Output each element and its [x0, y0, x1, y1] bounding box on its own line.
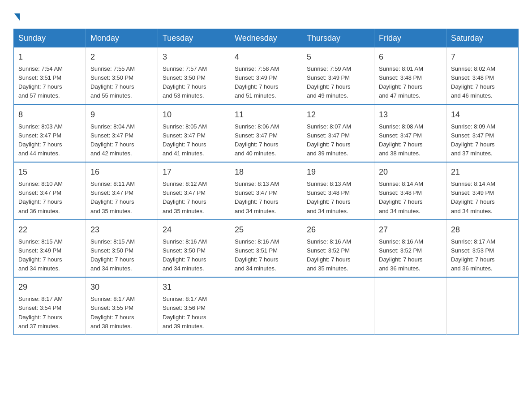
- day-number: 3: [163, 51, 225, 63]
- day-info: Sunrise: 7:57 AMSunset: 3:50 PMDaylight:…: [163, 65, 207, 99]
- day-info: Sunrise: 8:17 AMSunset: 3:54 PMDaylight:…: [18, 295, 63, 329]
- day-info: Sunrise: 7:54 AMSunset: 3:51 PMDaylight:…: [18, 65, 63, 99]
- day-info: Sunrise: 7:59 AMSunset: 3:49 PMDaylight:…: [307, 65, 351, 99]
- calendar-day-cell: 2 Sunrise: 7:55 AMSunset: 3:50 PMDayligh…: [86, 47, 158, 105]
- calendar-day-cell: 24 Sunrise: 8:16 AMSunset: 3:50 PMDaylig…: [158, 220, 230, 278]
- day-info: Sunrise: 8:06 AMSunset: 3:47 PMDaylight:…: [235, 123, 279, 157]
- calendar-day-cell: 21 Sunrise: 8:14 AMSunset: 3:49 PMDaylig…: [446, 162, 519, 220]
- logo-triangle-icon: [14, 13, 20, 21]
- logo-general-line: [13, 9, 20, 21]
- calendar-day-cell: 10 Sunrise: 8:05 AMSunset: 3:47 PMDaylig…: [158, 105, 230, 163]
- day-of-week-header: Tuesday: [158, 29, 230, 48]
- day-number: 11: [235, 109, 297, 121]
- calendar-day-cell: 18 Sunrise: 8:13 AMSunset: 3:47 PMDaylig…: [230, 162, 302, 220]
- day-number: 12: [307, 109, 369, 121]
- calendar-day-cell: 16 Sunrise: 8:11 AMSunset: 3:47 PMDaylig…: [86, 162, 158, 220]
- calendar-day-cell: [446, 277, 519, 334]
- day-info: Sunrise: 8:07 AMSunset: 3:47 PMDaylight:…: [307, 123, 351, 157]
- day-number: 28: [451, 224, 514, 236]
- day-info: Sunrise: 8:02 AMSunset: 3:48 PMDaylight:…: [451, 65, 495, 99]
- day-info: Sunrise: 7:55 AMSunset: 3:50 PMDaylight:…: [90, 65, 135, 99]
- day-info: Sunrise: 8:13 AMSunset: 3:47 PMDaylight:…: [235, 180, 279, 214]
- day-number: 7: [451, 51, 514, 63]
- day-info: Sunrise: 8:17 AMSunset: 3:56 PMDaylight:…: [163, 295, 207, 329]
- calendar-week-row: 8 Sunrise: 8:03 AMSunset: 3:47 PMDayligh…: [14, 105, 519, 163]
- day-of-week-header: Saturday: [446, 29, 519, 48]
- day-number: 25: [235, 224, 297, 236]
- day-number: 1: [18, 51, 81, 63]
- day-number: 4: [235, 51, 297, 63]
- day-info: Sunrise: 8:04 AMSunset: 3:47 PMDaylight:…: [90, 123, 135, 157]
- day-info: Sunrise: 8:13 AMSunset: 3:48 PMDaylight:…: [307, 180, 351, 214]
- day-of-week-header: Wednesday: [230, 29, 302, 48]
- day-number: 26: [307, 224, 369, 236]
- day-info: Sunrise: 7:58 AMSunset: 3:49 PMDaylight:…: [235, 65, 279, 99]
- calendar-day-cell: 20 Sunrise: 8:14 AMSunset: 3:48 PMDaylig…: [374, 162, 446, 220]
- calendar-day-cell: 25 Sunrise: 8:16 AMSunset: 3:51 PMDaylig…: [230, 220, 302, 278]
- day-info: Sunrise: 8:01 AMSunset: 3:48 PMDaylight:…: [379, 65, 423, 99]
- calendar-day-cell: 27 Sunrise: 8:16 AMSunset: 3:52 PMDaylig…: [374, 220, 446, 278]
- day-number: 22: [18, 224, 81, 236]
- day-info: Sunrise: 8:10 AMSunset: 3:47 PMDaylight:…: [18, 180, 63, 214]
- day-number: 23: [90, 224, 153, 236]
- calendar-day-cell: 7 Sunrise: 8:02 AMSunset: 3:48 PMDayligh…: [446, 47, 519, 105]
- day-number: 29: [18, 281, 81, 293]
- calendar-day-cell: [302, 277, 374, 334]
- day-info: Sunrise: 8:17 AMSunset: 3:53 PMDaylight:…: [451, 238, 495, 272]
- day-number: 16: [90, 166, 153, 178]
- logo: [13, 9, 20, 21]
- day-of-week-header: Thursday: [302, 29, 374, 48]
- calendar-day-cell: 3 Sunrise: 7:57 AMSunset: 3:50 PMDayligh…: [158, 47, 230, 105]
- calendar-week-row: 22 Sunrise: 8:15 AMSunset: 3:49 PMDaylig…: [14, 220, 519, 278]
- day-info: Sunrise: 8:16 AMSunset: 3:51 PMDaylight:…: [235, 238, 279, 272]
- day-info: Sunrise: 8:14 AMSunset: 3:48 PMDaylight:…: [379, 180, 423, 214]
- day-number: 10: [163, 109, 225, 121]
- calendar-day-cell: 30 Sunrise: 8:17 AMSunset: 3:55 PMDaylig…: [86, 277, 158, 334]
- day-info: Sunrise: 8:16 AMSunset: 3:52 PMDaylight:…: [307, 238, 351, 272]
- day-info: Sunrise: 8:11 AMSunset: 3:47 PMDaylight:…: [90, 180, 135, 214]
- calendar-day-cell: 8 Sunrise: 8:03 AMSunset: 3:47 PMDayligh…: [14, 105, 86, 163]
- day-info: Sunrise: 8:09 AMSunset: 3:47 PMDaylight:…: [451, 123, 495, 157]
- calendar-day-cell: 9 Sunrise: 8:04 AMSunset: 3:47 PMDayligh…: [86, 105, 158, 163]
- calendar-day-cell: 22 Sunrise: 8:15 AMSunset: 3:49 PMDaylig…: [14, 220, 86, 278]
- day-number: 17: [163, 166, 225, 178]
- day-number: 2: [90, 51, 153, 63]
- calendar-day-cell: 17 Sunrise: 8:12 AMSunset: 3:47 PMDaylig…: [158, 162, 230, 220]
- calendar-week-row: 29 Sunrise: 8:17 AMSunset: 3:54 PMDaylig…: [14, 277, 519, 334]
- day-info: Sunrise: 8:12 AMSunset: 3:47 PMDaylight:…: [163, 180, 207, 214]
- day-of-week-header: Sunday: [14, 29, 86, 48]
- day-number: 30: [90, 281, 153, 293]
- calendar-day-cell: 4 Sunrise: 7:58 AMSunset: 3:49 PMDayligh…: [230, 47, 302, 105]
- calendar-day-cell: 11 Sunrise: 8:06 AMSunset: 3:47 PMDaylig…: [230, 105, 302, 163]
- day-info: Sunrise: 8:17 AMSunset: 3:55 PMDaylight:…: [90, 295, 135, 329]
- calendar-day-cell: 12 Sunrise: 8:07 AMSunset: 3:47 PMDaylig…: [302, 105, 374, 163]
- day-info: Sunrise: 8:16 AMSunset: 3:52 PMDaylight:…: [379, 238, 423, 272]
- calendar-day-cell: 13 Sunrise: 8:08 AMSunset: 3:47 PMDaylig…: [374, 105, 446, 163]
- calendar-day-cell: 5 Sunrise: 7:59 AMSunset: 3:49 PMDayligh…: [302, 47, 374, 105]
- day-of-week-header: Friday: [374, 29, 446, 48]
- calendar-day-cell: 23 Sunrise: 8:15 AMSunset: 3:50 PMDaylig…: [86, 220, 158, 278]
- day-number: 19: [307, 166, 369, 178]
- day-number: 14: [451, 109, 514, 121]
- calendar-week-row: 15 Sunrise: 8:10 AMSunset: 3:47 PMDaylig…: [14, 162, 519, 220]
- day-info: Sunrise: 8:05 AMSunset: 3:47 PMDaylight:…: [163, 123, 207, 157]
- page-header: [13, 9, 519, 21]
- calendar-day-cell: 19 Sunrise: 8:13 AMSunset: 3:48 PMDaylig…: [302, 162, 374, 220]
- day-number: 31: [163, 281, 225, 293]
- day-number: 5: [307, 51, 369, 63]
- day-number: 9: [90, 109, 153, 121]
- day-number: 15: [18, 166, 81, 178]
- calendar-day-cell: [374, 277, 446, 334]
- calendar-day-cell: 14 Sunrise: 8:09 AMSunset: 3:47 PMDaylig…: [446, 105, 519, 163]
- day-number: 8: [18, 109, 81, 121]
- day-number: 13: [379, 109, 442, 121]
- calendar-day-cell: 26 Sunrise: 8:16 AMSunset: 3:52 PMDaylig…: [302, 220, 374, 278]
- day-number: 27: [379, 224, 442, 236]
- day-of-week-header: Monday: [86, 29, 158, 48]
- calendar-week-row: 1 Sunrise: 7:54 AMSunset: 3:51 PMDayligh…: [14, 47, 519, 105]
- calendar-day-cell: 28 Sunrise: 8:17 AMSunset: 3:53 PMDaylig…: [446, 220, 519, 278]
- calendar-day-cell: 29 Sunrise: 8:17 AMSunset: 3:54 PMDaylig…: [14, 277, 86, 334]
- day-info: Sunrise: 8:03 AMSunset: 3:47 PMDaylight:…: [18, 123, 63, 157]
- day-info: Sunrise: 8:15 AMSunset: 3:50 PMDaylight:…: [90, 238, 135, 272]
- day-number: 18: [235, 166, 297, 178]
